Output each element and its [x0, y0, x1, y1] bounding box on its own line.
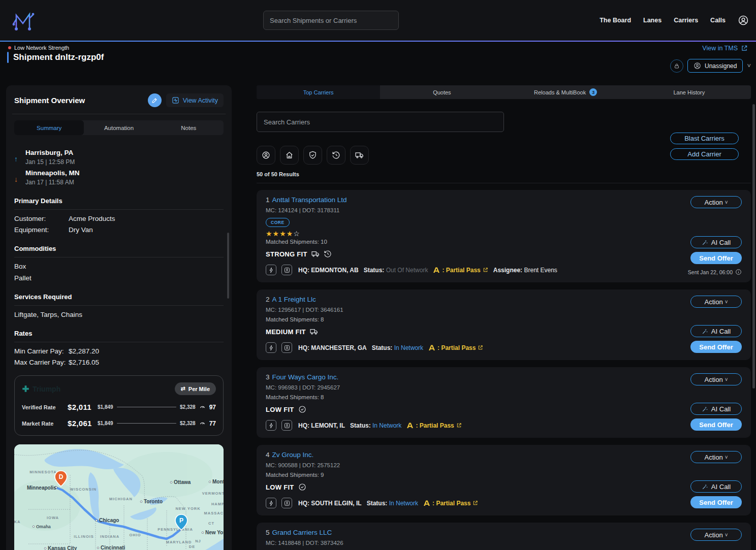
page-scrollbar[interactable] [752, 104, 755, 548]
rate-range-line [117, 423, 176, 424]
customer-value: Acme Products [69, 215, 224, 222]
ai-call-button[interactable]: AI Call [690, 403, 742, 415]
lightning-icon [268, 345, 274, 351]
market-rate-value: $2,061 [68, 419, 94, 428]
highway-logo-icon [406, 422, 414, 429]
carrier-name-link[interactable]: A 1 Freight Llc [272, 296, 316, 303]
send-offer-button[interactable]: Send Offer [690, 418, 742, 431]
pickup-stop: ↑ Harrisburg, PA Jan 15 | 12:58 PM [14, 149, 224, 166]
quick-actions-button[interactable] [266, 265, 276, 275]
brand-logo-icon[interactable] [12, 8, 36, 33]
action-dropdown-button[interactable]: Action˅ [690, 529, 742, 541]
send-offer-button[interactable]: Send Offer [690, 341, 742, 353]
contact-card-button[interactable] [281, 420, 292, 431]
assignee-dropdown-button[interactable]: Unassigned [687, 59, 743, 73]
carrier-rank: 3 [266, 373, 270, 381]
carrier-rank: 5 [266, 529, 270, 536]
tab-quotes[interactable]: Quotes [380, 85, 503, 99]
commodity-item: Box [14, 263, 224, 270]
add-carrier-button[interactable]: Add Carrier [670, 148, 739, 160]
alert-dot-icon [8, 46, 11, 49]
assignee-filter-button[interactable] [257, 146, 275, 165]
route-map[interactable]: MINNESOTAWISCONSINMICHIGANIOWAILLINOISIN… [14, 444, 224, 550]
carrier-name-link[interactable]: Grand Carriers LLC [272, 529, 332, 536]
activity-icon [172, 96, 179, 104]
profile-avatar-icon[interactable] [738, 15, 749, 26]
contact-card-button[interactable] [281, 265, 292, 275]
carrier-status: Status: Out Of Network [364, 267, 428, 274]
send-offer-button[interactable]: Send Offer [690, 252, 742, 264]
highway-logo-icon [428, 344, 435, 351]
nav-item-the-board[interactable]: The Board [600, 17, 631, 24]
carrier-name-link[interactable]: Anttal Transportation Ltd [272, 196, 347, 204]
quick-actions-button[interactable] [266, 498, 276, 508]
partial-pass-link[interactable]: : Partial Pass [433, 267, 488, 274]
tab-reloads-multibook[interactable]: Reloads & MultiBook 3 [504, 85, 627, 99]
page-scrollbar-thumb[interactable] [752, 104, 755, 389]
quick-actions-button[interactable] [266, 342, 276, 353]
action-dropdown-button[interactable]: Action˅ [690, 196, 742, 208]
chevron-down-icon: ˅ [725, 299, 728, 305]
blast-carriers-button[interactable]: Blast Carriers [670, 133, 739, 144]
tab-lane-history[interactable]: Lane History [627, 85, 751, 99]
page-title: Shipment dnltz-rgzp0f [13, 52, 104, 62]
pickup-city: Harrisburg, PA [25, 149, 75, 156]
header-chevron-down-icon[interactable]: ˅ [747, 62, 751, 70]
view-activity-button[interactable]: View Activity [166, 93, 224, 107]
sent-timestamp: Sent Jan 22, 06:00 [688, 269, 733, 275]
carrier-name-link[interactable]: Zv Group Inc. [272, 451, 314, 459]
home-filter-button[interactable] [280, 146, 299, 165]
per-mile-toggle-button[interactable]: ⇄ Per Mile [175, 382, 216, 395]
stop-list: ↑ Harrisburg, PA Jan 15 | 12:58 PM ↓ Min… [14, 149, 224, 186]
view-in-tms-link[interactable]: View in TMS [702, 45, 748, 52]
fit-label: STRONG FIT [266, 250, 307, 258]
info-icon[interactable] [735, 269, 742, 275]
safety-filter-button[interactable] [303, 146, 322, 165]
global-search-input[interactable] [263, 11, 399, 30]
action-dropdown-button[interactable]: Action˅ [690, 296, 742, 308]
tab-top-carriers[interactable]: Top Carriers [257, 85, 380, 99]
svg-text:Minneapolis: Minneapolis [27, 485, 56, 491]
partial-pass-label: : Partial Pass [442, 267, 480, 274]
ai-call-button[interactable]: AI Call [690, 236, 742, 248]
edit-shipment-button[interactable] [148, 93, 162, 107]
history-filter-button[interactable] [327, 146, 345, 165]
partial-pass-link[interactable]: : Partial Pass [428, 344, 483, 351]
svg-text:MARYLAND: MARYLAND [166, 540, 192, 544]
lock-button[interactable] [670, 59, 683, 73]
svg-text:Kansas City: Kansas City [48, 545, 77, 550]
svg-text:P: P [179, 517, 183, 524]
carrier-name-link[interactable]: Four Ways Cargo Inc. [272, 373, 339, 381]
action-dropdown-button[interactable]: Action˅ [690, 451, 742, 463]
overview-scrollbar[interactable] [227, 233, 229, 299]
nav-item-calls[interactable]: Calls [710, 17, 726, 24]
svg-text:INDIANA: INDIANA [100, 534, 119, 539]
carrier-search-input[interactable] [257, 112, 504, 132]
quick-actions-button[interactable] [266, 420, 276, 431]
partial-pass-label: : Partial Pass [432, 500, 470, 507]
ai-call-label: AI Call [711, 483, 731, 491]
contact-card-button[interactable] [281, 498, 292, 508]
send-offer-button[interactable]: Send Offer [690, 496, 742, 508]
action-label: Action [705, 454, 723, 461]
partial-pass-link[interactable]: : Partial Pass [406, 422, 461, 429]
matched-shipments: Matched Shipments: 10 [266, 239, 665, 245]
nav-item-carriers[interactable]: Carriers [674, 17, 698, 24]
divider [14, 342, 224, 342]
tab-summary[interactable]: Summary [14, 120, 84, 135]
commodities-heading: Commodities [14, 245, 224, 252]
pickup-arrow-icon: ↑ [14, 149, 20, 166]
svg-text:HAMPS: HAMPS [211, 502, 224, 506]
rates-heading: Rates [14, 330, 224, 337]
action-dropdown-button[interactable]: Action˅ [690, 373, 742, 385]
nav-item-lanes[interactable]: Lanes [643, 17, 662, 24]
tab-notes[interactable]: Notes [154, 120, 224, 135]
tab-automation[interactable]: Automation [84, 120, 153, 135]
ai-call-button[interactable]: AI Call [690, 480, 742, 493]
partial-pass-link[interactable]: : Partial Pass [423, 500, 478, 507]
truck-filter-button[interactable] [350, 146, 369, 165]
tab-label: Quotes [433, 89, 451, 95]
ai-call-button[interactable]: AI Call [690, 325, 742, 337]
contact-icon [284, 423, 290, 429]
contact-card-button[interactable] [281, 342, 292, 353]
